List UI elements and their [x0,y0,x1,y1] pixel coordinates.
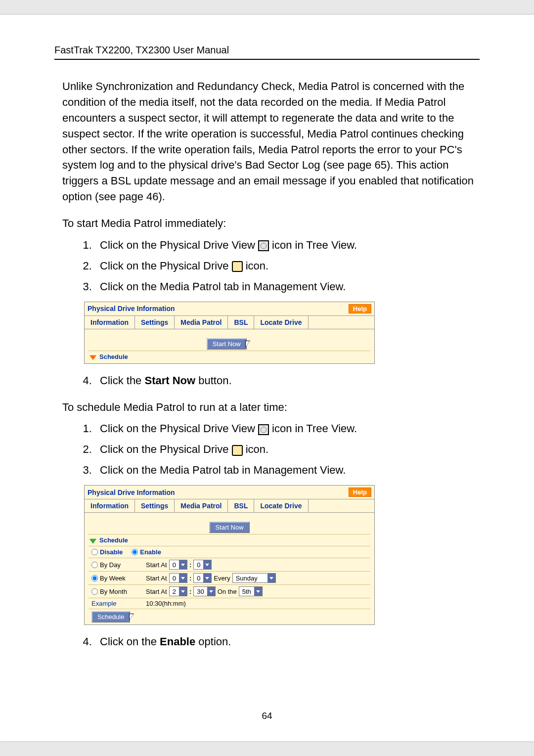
chevron-down-icon [179,587,187,596]
week-hour-select[interactable]: 0 [169,573,187,583]
tab-information[interactable]: Information [85,316,135,329]
schedule-step-4: Click on the Enable option. [54,634,480,650]
day-hour-select[interactable]: 0 [169,560,187,570]
help-button[interactable]: Help [349,304,371,313]
tab-media-patrol[interactable]: Media Patrol [175,316,228,329]
help-button[interactable]: Help [349,488,371,497]
tab-locate-drive[interactable]: Locate Drive [254,499,308,512]
sched-step-1: Click on the Physical Drive View icon in… [95,421,480,437]
enable-radio[interactable] [132,549,138,555]
physical-drive-icon [232,445,243,456]
month-hour-select[interactable]: 2 [169,586,187,596]
day-min-select[interactable]: 0 [193,560,212,570]
on-the-label: On the [218,588,237,595]
week-min-select[interactable]: 0 [193,573,212,583]
panel-title: Physical Drive Information [88,305,175,312]
start-at-label: Start At [146,575,167,582]
start-now-step-4: Click the Start Now button. [54,373,480,389]
physical-drive-info-panel-1: Physical Drive Information Help Informat… [84,302,375,364]
sched-step-3: Click on the Media Patrol tab in Managem… [95,462,480,478]
tab-settings[interactable]: Settings [135,499,175,512]
tab-information[interactable]: Information [85,499,135,512]
chevron-down-icon [89,353,96,360]
month-min-select[interactable]: 30 [193,586,215,596]
step-4: Click the Start Now button. [95,373,480,389]
tab-media-patrol[interactable]: Media Patrol [175,499,228,512]
start-now-button[interactable]: Start Now [209,522,249,533]
by-month-option[interactable]: By Month [91,588,127,595]
step-2: Click on the Physical Drive icon. [95,258,480,274]
panel-tabs: Information Settings Media Patrol BSL Lo… [85,499,374,513]
example-value: 10:30(hh:mm) [143,598,370,609]
start-now-button[interactable]: Start Now [207,338,247,350]
chevron-down-icon [179,574,187,582]
cursor-icon [129,614,136,623]
by-day-option[interactable]: By Day [91,561,121,569]
schedule-button[interactable]: Schedule [91,611,130,623]
chevron-down-icon [207,587,215,596]
start-now-steps: Click on the Physical Drive View icon in… [54,237,480,295]
disable-option[interactable]: Disable [91,548,123,556]
schedule-intro: To schedule Media Patrol to run at a lat… [54,400,480,415]
example-label: Example [89,598,143,609]
tab-bsl[interactable]: BSL [228,499,254,512]
tab-settings[interactable]: Settings [135,316,175,329]
page-number: 64 [0,711,534,721]
tab-locate-drive[interactable]: Locate Drive [254,316,308,329]
month-day-select[interactable]: 5th [239,586,263,596]
page-header: FastTrak TX2200, TX2300 User Manual [54,44,480,60]
physical-drive-view-icon [258,424,269,435]
chevron-down-icon [89,537,96,544]
tab-bsl[interactable]: BSL [228,316,254,329]
chevron-down-icon [254,587,262,596]
panel-title-bar: Physical Drive Information Help [85,302,374,316]
by-month-radio[interactable] [91,588,98,595]
sched-step-4: Click on the Enable option. [95,634,480,650]
start-now-intro: To start Media Patrol immediately: [54,216,480,231]
panel-title: Physical Drive Information [88,489,175,496]
by-day-radio[interactable] [91,562,98,568]
enable-option[interactable]: Enable [132,548,161,556]
cursor-icon [245,341,252,350]
panel-title-bar: Physical Drive Information Help [85,486,374,499]
schedule-grid: By Day Start At 0 : 0 By Week Start A [89,558,370,609]
disable-radio[interactable] [91,549,98,555]
chevron-down-icon [179,560,187,569]
every-label: Every [214,575,230,582]
physical-drive-view-icon [258,240,269,251]
by-week-option[interactable]: By Week [91,575,126,582]
start-at-label: Start At [146,588,167,595]
chevron-down-icon [203,574,211,582]
enable-disable-row: Disable Enable [89,546,370,558]
by-week-radio[interactable] [91,575,98,581]
physical-drive-icon [232,261,243,272]
chevron-down-icon [267,574,275,582]
schedule-steps: Click on the Physical Drive View icon in… [54,421,480,478]
schedule-toggle[interactable]: Schedule [89,351,370,362]
physical-drive-info-panel-2: Physical Drive Information Help Informat… [84,485,375,625]
start-at-label: Start At [146,561,167,569]
week-day-select[interactable]: Sunday [232,573,276,583]
sched-step-2: Click on the Physical Drive icon. [95,442,480,457]
step-3: Click on the Media Patrol tab in Managem… [95,279,480,295]
panel-tabs: Information Settings Media Patrol BSL Lo… [85,316,374,329]
intro-paragraph: Unlike Synchronization and Redundancy Ch… [54,79,480,205]
schedule-toggle[interactable]: Schedule [89,534,370,546]
chevron-down-icon [203,560,211,569]
step-1: Click on the Physical Drive View icon in… [95,237,480,253]
